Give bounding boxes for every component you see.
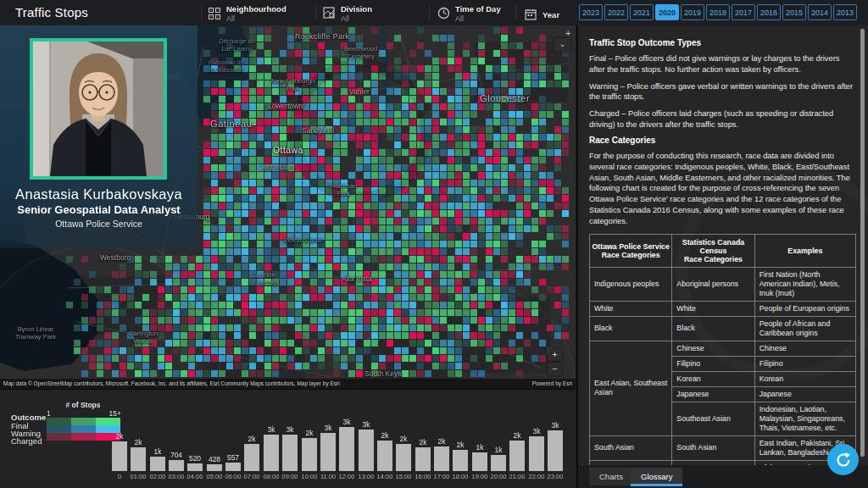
x-axis-tick: 07:00 — [242, 473, 262, 480]
year-chip-2023[interactable]: 2023 — [579, 4, 603, 20]
hour-bar-18:00[interactable] — [453, 450, 468, 471]
x-axis-tick: 18:00 — [450, 473, 470, 480]
bar-value-label: 520 — [186, 454, 204, 463]
refresh-button[interactable] — [827, 444, 859, 475]
bar-value-label: 2k — [394, 435, 413, 443]
hour-bar-19:00[interactable] — [472, 452, 487, 471]
x-axis-tick: 16:00 — [413, 473, 433, 480]
charged-definition: Charged – Police officers laid charges (… — [589, 108, 856, 130]
examples-cell: Indonesian, Laotian, Malaysian, Singapor… — [754, 402, 855, 435]
x-axis-tick: 13:00 — [356, 473, 376, 480]
hour-bar-17:00[interactable] — [434, 446, 449, 471]
census-category-cell: Black — [672, 316, 754, 341]
division-filter[interactable]: Division All — [323, 3, 399, 25]
year-chip-2014[interactable]: 2014 — [808, 4, 832, 20]
hour-bar-01:00[interactable] — [131, 447, 146, 471]
x-axis-tick: 0 — [109, 473, 130, 480]
page-title: Traffic Stops — [15, 5, 88, 19]
year-chip-2020[interactable]: 2020 — [655, 4, 679, 20]
census-category-cell: South Asian — [672, 435, 754, 460]
neighbourhood-value: All — [226, 14, 235, 23]
hour-bar-06:00[interactable] — [225, 463, 241, 471]
year-chip-2017[interactable]: 2017 — [732, 4, 755, 20]
division-value: All — [341, 14, 349, 23]
year-chip-2018[interactable]: 2018 — [706, 4, 730, 20]
year-chip-2019[interactable]: 2019 — [681, 4, 704, 20]
map[interactable]: Rockcliffe ParkDécharge du Lac LeamyRuis… — [0, 25, 576, 389]
analyst-org: Ottawa Police Service — [0, 219, 198, 229]
final-definition: Final – Police officers did not give war… — [589, 53, 856, 75]
year-chip-2021[interactable]: 2021 — [630, 4, 654, 20]
bar-value-label: 2k — [451, 441, 470, 449]
hour-bar-10:00[interactable] — [302, 438, 317, 471]
hour-bar-08:00[interactable] — [264, 435, 279, 471]
x-axis-tick: 20:00 — [488, 473, 509, 480]
year-chip-2016[interactable]: 2016 — [757, 4, 781, 20]
map-collapse-button[interactable]: ⌄ — [554, 38, 570, 52]
x-axis-tick: 03:00 — [166, 473, 186, 480]
bar-value-label: 2k — [110, 432, 129, 441]
x-axis-tick: 21:00 — [507, 473, 527, 480]
year-chip-2013[interactable]: 2013 — [833, 4, 857, 20]
hour-bar-0[interactable] — [112, 441, 127, 471]
tab-charts[interactable]: Charts — [589, 468, 633, 485]
table-row: East Asian, Southeast AsianChineseChines… — [590, 341, 856, 356]
time-of-day-value: All — [455, 14, 464, 23]
census-category-cell: Southeast Asian — [672, 402, 754, 435]
year-chip-2015[interactable]: 2015 — [782, 4, 806, 20]
neighbourhood-filter[interactable]: ✓✓✓✓ Neighbourhood All — [209, 3, 310, 25]
hour-bar-03:00[interactable] — [169, 460, 184, 471]
examples-cell: Chinese — [754, 341, 855, 356]
x-axis-tick: 02:00 — [147, 473, 168, 480]
hour-bar-12:00[interactable] — [339, 427, 354, 471]
warning-definition: Warning – Police officers gave verbal or… — [589, 81, 856, 103]
hour-bar-13:00[interactable] — [359, 430, 374, 471]
divider — [429, 5, 430, 20]
year-chip-2022[interactable]: 2022 — [604, 4, 628, 20]
bar-value-label: 2k — [300, 429, 319, 437]
refresh-icon — [834, 451, 853, 469]
analyst-title: Senior Geospatial Data Analyst — [0, 203, 198, 216]
x-axis-tick: 12:00 — [337, 473, 357, 480]
hour-bar-21:00[interactable] — [509, 441, 525, 471]
stops-by-hour-bar-chart: 2k02k01:001k02:0070403:0052004:0042805:0… — [0, 390, 576, 488]
divider — [315, 5, 316, 20]
hour-bar-22:00[interactable] — [529, 436, 544, 471]
table-row: Indigenous peoplesAboriginal personsFirs… — [590, 267, 856, 301]
hour-bar-11:00[interactable] — [320, 433, 336, 471]
bar-value-label: 557 — [224, 453, 242, 462]
hour-bar-04:00[interactable] — [187, 463, 203, 471]
bar-value-label: 3k — [319, 424, 337, 432]
map-attribution: Map data © OpenStreetMap contributors, M… — [0, 379, 576, 389]
hour-bar-05:00[interactable] — [207, 464, 222, 471]
hour-bar-16:00[interactable] — [415, 447, 431, 471]
bar-value-label: 3k — [546, 421, 565, 430]
x-axis-tick: 15:00 — [393, 473, 414, 480]
census-category-cell: Japanese — [672, 386, 754, 402]
hour-bar-20:00[interactable] — [491, 455, 506, 471]
glossary-scrollbar[interactable] — [860, 29, 865, 457]
time-of-day-filter[interactable]: Time of Day All — [437, 3, 509, 25]
top-bar: Traffic Stops ✓✓✓✓ Neighbourhood All Div… — [0, 0, 868, 25]
hour-bar-14:00[interactable] — [377, 441, 392, 471]
x-axis-tick: 14:00 — [375, 473, 395, 480]
map-zoom-in-button[interactable]: + — [548, 348, 562, 361]
year-chip-group: 2023202220212020201920182017201620152014… — [579, 4, 857, 20]
census-category-cell: Chinese — [672, 341, 754, 356]
tab-glossary[interactable]: Glossary — [631, 468, 682, 486]
calendar-icon — [525, 8, 537, 21]
hour-bar-07:00[interactable] — [244, 444, 259, 471]
bar-value-label: 3k — [281, 425, 299, 434]
table-row: WhiteWhitePeople of European origins — [590, 301, 856, 316]
map-zoom-out-button[interactable]: − — [548, 363, 562, 375]
hour-bar-15:00[interactable] — [396, 444, 411, 471]
glossary-content: Traffic Stop Outcome Types Final – Polic… — [578, 25, 868, 465]
time-of-day-label: Time of Day — [455, 4, 501, 14]
census-category-cell: White — [672, 301, 754, 316]
hour-bar-02:00[interactable] — [150, 457, 165, 471]
bar-value-label: 1k — [470, 443, 489, 452]
hour-bar-23:00[interactable] — [548, 430, 563, 471]
hour-bar-09:00[interactable] — [282, 435, 298, 471]
bar-value-label: 2k — [432, 437, 451, 446]
examples-cell: People of African and Caribbean origins — [754, 316, 855, 341]
